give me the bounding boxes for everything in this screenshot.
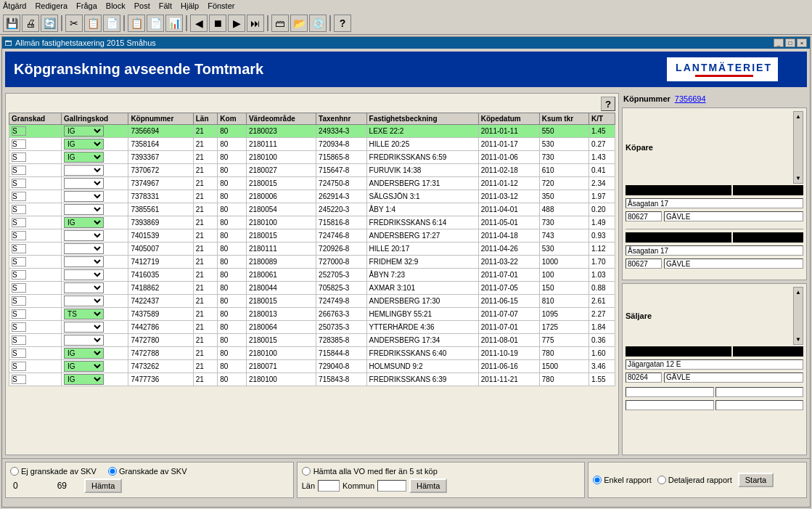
window-minimize[interactable]: _: [774, 38, 784, 47]
gallringskod-select[interactable]: IG: [64, 126, 104, 137]
table-row[interactable]: 737496721802180015724750-8ANDERSBERG 17:…: [9, 177, 615, 190]
table-row[interactable]: 737833121802180006262914-3SÄLGSJÖN 3:120…: [9, 190, 615, 203]
toolbar-next-btn[interactable]: ▶: [228, 15, 245, 32]
radio-detaljerad[interactable]: [657, 476, 666, 484]
granskad-input[interactable]: [12, 231, 26, 240]
granskad-input[interactable]: [12, 192, 26, 201]
gallringskod-select[interactable]: [64, 204, 104, 215]
table-row[interactable]: 738556121802180054245220-3ÅBY 1:42011-04…: [9, 203, 615, 216]
table-row[interactable]: TS743758921802180013266763-3HEMLINGBY 55…: [9, 308, 615, 321]
gallringskod-select[interactable]: [64, 178, 104, 189]
toolbar-help-btn[interactable]: ?: [334, 15, 351, 32]
toolbar-print-btn[interactable]: 🖨: [22, 15, 39, 32]
table-row[interactable]: 747278021802180015728385-8ANDERSBERG 17:…: [9, 334, 615, 347]
toolbar-refresh-btn[interactable]: 🔄: [41, 15, 58, 32]
granskad-input[interactable]: [12, 244, 26, 253]
granskad-input[interactable]: [12, 166, 26, 175]
menu-falt[interactable]: Fält: [159, 1, 172, 10]
table-row[interactable]: IG739386921802180100715816-8FREDRIKSSKAN…: [9, 216, 615, 229]
toolbar-paste-btn[interactable]: 📄: [103, 15, 120, 32]
radio-enkel-label[interactable]: Enkel rapport: [593, 476, 651, 484]
table-row[interactable]: IG747278821802180100715844-8FREDRIKSSKAN…: [9, 347, 615, 360]
table-container[interactable]: Granskad Gallringskod Köpnummer Län Kom …: [9, 113, 615, 452]
starta-btn[interactable]: Starta: [738, 473, 774, 487]
help-icon-btn[interactable]: ?: [601, 97, 615, 111]
gallringskod-select[interactable]: [64, 322, 104, 333]
gallringskod-select[interactable]: [64, 165, 104, 176]
toolbar-cut-btn[interactable]: ✂: [65, 15, 83, 32]
toolbar-db2-btn[interactable]: 📂: [290, 15, 308, 32]
gallringskod-select[interactable]: IG: [64, 139, 104, 150]
table-row[interactable]: 744278621802180064250735-3YTTERHÄRDE 4:3…: [9, 321, 615, 334]
radio-hamta-all[interactable]: [302, 467, 311, 476]
gallringskod-select[interactable]: [64, 256, 104, 267]
table-row[interactable]: IG735816421802180111720934-8HILLE 20:252…: [9, 138, 615, 151]
gallringskod-select[interactable]: [64, 191, 104, 202]
granskad-input[interactable]: [12, 126, 26, 136]
radio-detaljerad-label[interactable]: Detaljerad rapport: [657, 476, 732, 484]
toolbar-save-btn[interactable]: 💾: [3, 15, 20, 32]
kopare-scrollbar[interactable]: ▲ ▼: [793, 111, 803, 184]
gallringskod-select[interactable]: IG: [64, 348, 104, 359]
radio-ej-granskade[interactable]: [10, 467, 19, 476]
granskad-input[interactable]: [12, 296, 26, 306]
granskad-input[interactable]: [12, 283, 26, 293]
menu-fonster[interactable]: Fönster: [208, 1, 234, 10]
toolbar-special-btn[interactable]: 📊: [165, 15, 183, 32]
gallringskod-select[interactable]: [64, 243, 104, 254]
table-row[interactable]: 742243721802180015724749-8ANDERSBERG 17:…: [9, 295, 615, 308]
radio-ej-granskade-label[interactable]: Ej granskade av SKV: [10, 467, 97, 476]
gallringskod-select[interactable]: IG: [64, 152, 104, 163]
gallringskod-select[interactable]: [64, 230, 104, 241]
toolbar-db1-btn[interactable]: 🗃: [271, 15, 289, 32]
granskad-input[interactable]: [12, 375, 26, 384]
granskad-input[interactable]: [12, 349, 26, 358]
table-row[interactable]: IG747773621802180100715843-8FREDRIKSSKAN…: [9, 373, 615, 386]
granskad-input[interactable]: [12, 179, 26, 188]
table-row[interactable]: 740500721802180111720926-8HILLE 20:17201…: [9, 243, 615, 256]
menu-hjalp[interactable]: Hjälp: [181, 1, 199, 10]
gallringskod-select[interactable]: TS: [64, 309, 104, 319]
granskad-input[interactable]: [12, 270, 26, 280]
toolbar-last-btn[interactable]: ⏭: [247, 15, 264, 32]
menu-atgard[interactable]: Åtgärd: [3, 1, 26, 10]
gallringskod-select[interactable]: [64, 296, 104, 306]
table-row[interactable]: 741886221802180044705825-3AXMAR 3:101201…: [9, 282, 615, 295]
toolbar-stop-btn[interactable]: ⏹: [209, 15, 226, 32]
hamta-btn[interactable]: Hämta: [84, 479, 122, 493]
gallringskod-select[interactable]: [64, 269, 104, 280]
radio-granskade[interactable]: [108, 467, 117, 476]
granskad-input[interactable]: [12, 335, 26, 345]
menu-post[interactable]: Post: [134, 1, 150, 10]
granskad-input[interactable]: [12, 322, 26, 332]
kommun-input[interactable]: [377, 480, 406, 492]
granskad-input[interactable]: [12, 218, 26, 227]
window-close[interactable]: ×: [797, 38, 807, 47]
saljare-scrollbar[interactable]: ▲ ▼: [793, 287, 803, 345]
toolbar-paste2-btn[interactable]: 📄: [147, 15, 164, 32]
granskad-input[interactable]: [12, 362, 26, 371]
gallringskod-select[interactable]: [64, 282, 104, 293]
radio-enkel[interactable]: [593, 476, 602, 484]
table-row[interactable]: IG735669421802180023249334-3LEXE 22:2201…: [9, 125, 615, 138]
radio-granskade-label[interactable]: Granskade av SKV: [108, 467, 187, 476]
hamta-btn2[interactable]: Hämta: [409, 479, 447, 493]
menu-block[interactable]: Block: [106, 1, 126, 10]
table-row[interactable]: IG739336721802180100715865-8FREDRIKSSKAN…: [9, 151, 615, 164]
table-row[interactable]: 741271921802180089727000-8FRIDHEM 32:920…: [9, 256, 615, 269]
granskad-input[interactable]: [12, 139, 26, 149]
table-row[interactable]: 737067221802180027715647-8FURUVIK 14:382…: [9, 164, 615, 177]
gallringskod-select[interactable]: IG: [64, 374, 104, 385]
gallringskod-select[interactable]: [64, 335, 104, 346]
table-row[interactable]: 741603521802180061252705-3ÅBYN 7:232011-…: [9, 269, 615, 282]
lan-input[interactable]: [318, 480, 340, 492]
kopnummer-link[interactable]: 7356694: [675, 94, 706, 103]
gallringskod-select[interactable]: IG: [64, 217, 104, 228]
window-maximize[interactable]: □: [785, 38, 795, 47]
menu-redigera[interactable]: Redigera: [35, 1, 67, 10]
menu-fraga[interactable]: Fråga: [76, 1, 97, 10]
granskad-input[interactable]: [12, 257, 26, 266]
table-row[interactable]: 740153921802180015724746-8ANDERSBERG 17:…: [9, 229, 615, 243]
toolbar-db3-btn[interactable]: 💿: [309, 15, 327, 32]
toolbar-copy-btn[interactable]: 📋: [84, 15, 102, 32]
